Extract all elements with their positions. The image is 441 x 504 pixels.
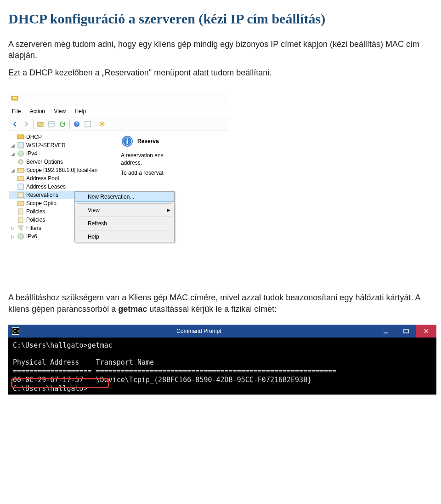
detail-text: To add a reservat <box>121 170 224 176</box>
cmd-icon: C:\ <box>12 327 19 335</box>
dhcp-icon <box>17 133 24 141</box>
svg-rect-7 <box>85 121 90 127</box>
expand-icon[interactable]: ◢ <box>10 151 16 156</box>
tree-label: DHCP <box>26 134 42 140</box>
menu-help[interactable]: Help <box>71 107 90 115</box>
tree-label: Address Pool <box>26 175 59 182</box>
outro-paragraph: A beállításhoz szükségem van a Kliens gé… <box>8 292 433 315</box>
server-icon <box>17 142 24 149</box>
tree-label: Filters <box>26 225 41 231</box>
tree-label: Policies <box>26 217 45 223</box>
toolbar-icon[interactable] <box>83 119 93 129</box>
tree-label: Address Leases <box>26 183 66 190</box>
term-line: 00-0C-29-67-17-57 \Device\Tcpip_{28BFC16… <box>13 376 311 384</box>
menu-divider <box>77 230 172 230</box>
term-line: Physical Address Transport Name <box>13 358 154 367</box>
menu-file[interactable]: File <box>8 107 24 115</box>
maximize-button[interactable] <box>396 325 416 338</box>
tree-label: Scope Optio <box>26 200 57 206</box>
forward-icon[interactable] <box>21 119 31 129</box>
svg-rect-17 <box>18 192 23 198</box>
svg-text:C:\: C:\ <box>13 329 19 334</box>
svg-rect-30 <box>404 329 408 333</box>
tree-address-pool[interactable]: Address Pool <box>9 174 115 183</box>
menu-view[interactable]: View <box>50 107 69 115</box>
menu-divider <box>77 217 172 217</box>
menu-refresh[interactable]: Refresh <box>75 218 174 229</box>
help-icon[interactable]: ? <box>72 119 82 129</box>
context-menu: New Reservation... View ▶ Refresh Help <box>74 191 175 242</box>
submenu-arrow-icon: ▶ <box>167 207 170 212</box>
info-icon <box>121 135 134 148</box>
tree-scope[interactable]: ◢ Scope [192.168.1.0] local-lan <box>9 166 115 174</box>
tree-label: Server Options <box>26 159 63 165</box>
svg-rect-19 <box>18 209 23 214</box>
toolbar-icon[interactable] <box>35 119 45 129</box>
tree-label: Scope [192.168.1.0] local-lan <box>26 167 97 173</box>
svg-rect-0 <box>11 96 18 100</box>
menu-help[interactable]: Help <box>75 232 174 242</box>
menu-view[interactable]: View ▶ <box>75 205 174 215</box>
folder-icon <box>17 175 24 182</box>
menu-action[interactable]: Action <box>26 107 49 115</box>
svg-rect-18 <box>17 201 24 206</box>
tree-server-options[interactable]: Server Options <box>9 158 115 166</box>
intro-paragraph-2: Ezt a DHCP kezelőben a „Reservation" men… <box>8 67 433 78</box>
svg-rect-15 <box>17 177 24 181</box>
dhcp-console-screenshot: File Action View Help ? DHCP ◢ <box>8 91 229 264</box>
svg-rect-9 <box>18 143 23 148</box>
term-line: C:\Users\hallgato>getmac <box>13 341 113 349</box>
detail-title: Reserva <box>137 138 159 144</box>
svg-point-25 <box>126 138 128 140</box>
cmd-title: Command Prompt <box>22 328 376 334</box>
svg-point-21 <box>18 234 23 239</box>
svg-rect-2 <box>38 122 43 126</box>
svg-rect-16 <box>18 184 23 189</box>
cmd-titlebar: C:\ Command Prompt <box>8 325 436 338</box>
page-title: DHCP konfiguráció a szerveren (kézi IP c… <box>8 10 433 28</box>
tree-address-leases[interactable]: Address Leases <box>9 183 115 191</box>
svg-rect-3 <box>49 121 54 127</box>
close-button[interactable] <box>416 325 436 338</box>
svg-point-13 <box>20 161 22 163</box>
tree-ipv4[interactable]: ◢ IPv4 <box>9 149 115 158</box>
svg-rect-10 <box>19 143 23 145</box>
outro-text-b: utasítással kérjük le a fizikai címet: <box>147 304 277 314</box>
toolbar-icon[interactable] <box>46 119 57 129</box>
svg-rect-1 <box>13 97 17 98</box>
leases-icon <box>17 183 24 190</box>
star-icon[interactable] <box>97 119 107 129</box>
policies-icon <box>17 216 24 223</box>
tree-server[interactable]: ◢ WS12-SERVER <box>9 141 115 149</box>
term-line: =================== ====================… <box>13 367 336 375</box>
tree-label: IPv4 <box>26 150 37 157</box>
window-titlebar <box>8 91 229 106</box>
menu-divider <box>77 203 172 204</box>
expand-icon[interactable]: ◢ <box>10 143 16 148</box>
tree-root-dhcp[interactable]: DHCP <box>9 133 115 141</box>
terminal-output: C:\Users\hallgato>getmac Physical Addres… <box>8 338 436 395</box>
tree-label: WS12-SERVER <box>26 142 66 149</box>
tree-label: Reservations <box>26 192 58 198</box>
ipv4-icon <box>17 150 24 157</box>
expand-icon[interactable]: ▷ <box>10 234 16 239</box>
expand-icon[interactable]: ▷ <box>10 226 16 231</box>
minimize-button[interactable] <box>376 325 396 338</box>
term-line: C:\Users\hallgato> <box>13 384 88 393</box>
back-icon[interactable] <box>10 119 20 129</box>
outro-bold: getmac <box>118 304 147 314</box>
detail-text: address. <box>121 160 224 166</box>
filter-icon <box>17 224 24 232</box>
folder-icon <box>17 200 24 207</box>
svg-text:?: ? <box>75 122 78 127</box>
expand-icon[interactable]: ◢ <box>10 168 16 173</box>
reservation-icon <box>17 191 24 199</box>
tree-label: IPv6 <box>26 233 37 240</box>
menu-new-reservation[interactable]: New Reservation... <box>75 192 174 202</box>
app-icon <box>11 95 18 102</box>
svg-rect-8 <box>17 135 24 139</box>
refresh-icon[interactable] <box>57 119 68 129</box>
ipv6-icon <box>17 233 24 240</box>
tree-label: Policies <box>26 208 45 215</box>
gear-icon <box>17 158 24 166</box>
